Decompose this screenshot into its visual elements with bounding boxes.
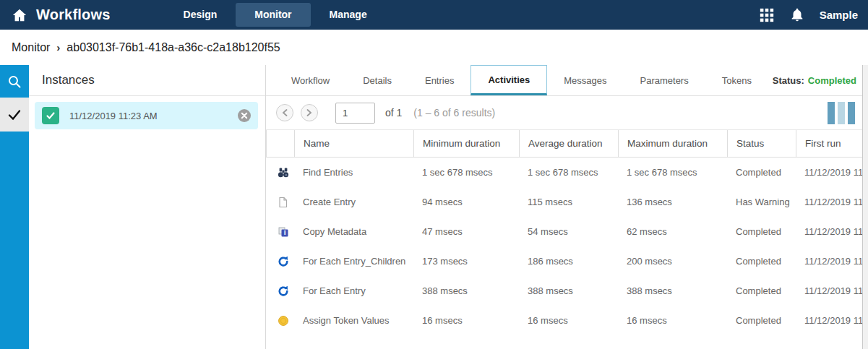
cell-max-duration: 388 msecs: [618, 276, 727, 306]
account-name[interactable]: Sample: [820, 9, 858, 21]
cell-status: Completed: [727, 276, 796, 306]
cell-max-duration: 16 msecs: [618, 306, 727, 335]
chevron-right-icon: [306, 109, 312, 116]
cell-name: For Each Entry_Children: [294, 246, 413, 276]
detail-tabbar: Workflow Details Entries Activities Mess…: [266, 65, 868, 96]
cell-name: Find Entries: [294, 158, 413, 187]
rail-completed-filter-button[interactable]: [0, 98, 29, 132]
check-icon: [7, 108, 22, 122]
col-header-icon: [266, 130, 294, 157]
notifications-bell-icon[interactable]: [789, 7, 805, 23]
cell-max-duration: 62 msecs: [618, 217, 727, 246]
results-summary-text: (1 – 6 of 6 results): [413, 107, 495, 119]
table-row[interactable]: i Copy Metadata 47 msecs 54 msecs 62 mse…: [266, 217, 868, 246]
cell-avg-duration: 16 msecs: [519, 306, 618, 335]
token-icon: [278, 315, 289, 327]
cell-name: For Each Entry: [294, 276, 413, 306]
cell-min-duration: 1 sec 678 msecs: [413, 158, 519, 187]
col-header-name[interactable]: Name: [294, 130, 413, 157]
breadcrumb-separator: ›: [56, 41, 60, 53]
table-row[interactable]: Create Entry 94 msecs 115 msecs 136 msec…: [266, 187, 868, 217]
col-header-status[interactable]: Status: [727, 130, 796, 157]
cell-avg-duration: 54 msecs: [519, 217, 618, 246]
page-count-text: of 1: [385, 107, 402, 119]
instance-checkbox[interactable]: [42, 107, 59, 124]
search-icon: [7, 74, 22, 89]
col-header-avg-duration[interactable]: Average duration: [519, 130, 618, 157]
main-panel: Workflow Details Entries Activities Mess…: [266, 65, 868, 349]
instance-timestamp: 11/12/2019 11:23 AM: [69, 111, 158, 121]
cell-min-duration: 94 msecs: [413, 187, 519, 217]
cell-min-duration: 388 msecs: [413, 276, 519, 306]
copy-metadata-icon: i: [278, 226, 289, 238]
tab-parameters[interactable]: Parameters: [624, 65, 705, 95]
table-row[interactable]: Find Entries 1 sec 678 msecs 1 sec 678 m…: [266, 158, 868, 187]
pagination-bar: of 1 (1 – 6 of 6 results): [266, 96, 868, 130]
cell-avg-duration: 115 msecs: [519, 187, 618, 217]
navbar-right: Sample: [759, 7, 858, 23]
loop-icon: [278, 285, 289, 297]
table-header-row: Name Minimum duration Average duration M…: [266, 130, 868, 158]
column-settings-icon[interactable]: [828, 102, 855, 124]
cell-name: Assign Token Values: [294, 306, 413, 335]
cell-first-run: 11/12/2019 11: [796, 158, 868, 187]
home-icon[interactable]: [12, 7, 27, 23]
tab-tokens[interactable]: Tokens: [705, 65, 768, 95]
cell-name: Copy Metadata: [294, 217, 413, 246]
cell-min-duration: 173 msecs: [413, 246, 519, 276]
top-navbar: Workflows Design Monitor Manage Sample: [0, 0, 868, 30]
app-title: Workflows: [36, 7, 111, 23]
tab-activities[interactable]: Activities: [470, 65, 547, 95]
instance-list-item[interactable]: 11/12/2019 11:23 AM: [35, 102, 258, 129]
cell-status: Has Warning: [727, 187, 796, 217]
document-icon: [278, 197, 288, 208]
page-number-input[interactable]: [335, 103, 375, 124]
cell-max-duration: 200 msecs: [618, 246, 727, 276]
cell-min-duration: 16 msecs: [413, 306, 519, 335]
col-header-first-run[interactable]: First run: [796, 130, 868, 157]
tab-details[interactable]: Details: [346, 65, 408, 95]
table-row[interactable]: For Each Entry_Children 173 msecs 186 ms…: [266, 246, 868, 276]
cell-status: Completed: [727, 158, 796, 187]
cell-status: Completed: [727, 246, 796, 276]
cell-first-run: 11/12/2019 11: [796, 306, 868, 335]
cell-status: Completed: [727, 217, 796, 246]
prev-page-button[interactable]: [276, 104, 293, 121]
table-row[interactable]: Assign Token Values 16 msecs 16 msecs 16…: [266, 306, 868, 335]
tab-entries[interactable]: Entries: [408, 65, 470, 95]
table-row[interactable]: For Each Entry 388 msecs 388 msecs 388 m…: [266, 276, 868, 306]
cell-max-duration: 136 msecs: [618, 187, 727, 217]
cell-avg-duration: 186 msecs: [519, 246, 618, 276]
col-header-min-duration[interactable]: Minimum duration: [413, 130, 519, 157]
cell-first-run: 11/12/2019 11: [796, 187, 868, 217]
tab-messages[interactable]: Messages: [547, 65, 623, 95]
rail-search-button[interactable]: [0, 65, 29, 98]
nav-tab-design[interactable]: Design: [165, 3, 236, 27]
instance-close-icon[interactable]: [238, 109, 251, 122]
cell-avg-duration: 1 sec 678 msecs: [519, 158, 618, 187]
next-page-button[interactable]: [301, 104, 318, 121]
nav-tab-monitor[interactable]: Monitor: [236, 3, 310, 27]
cell-max-duration: 1 sec 678 msecs: [618, 158, 727, 187]
instances-panel: Instances 11/12/2019 11:23 AM: [29, 65, 266, 349]
left-rail: [0, 65, 29, 349]
nav-tab-manage[interactable]: Manage: [311, 3, 386, 27]
cell-first-run: 11/12/2019 11: [796, 217, 868, 246]
cell-avg-duration: 388 msecs: [519, 276, 618, 306]
vertical-scrollbar[interactable]: [862, 65, 868, 349]
breadcrumb: Monitor › ab03013f-76b1-418a-a36c-c2a18b…: [0, 30, 868, 65]
status-label: Status:: [773, 75, 804, 86]
svg-text:i: i: [283, 230, 285, 236]
cell-status: Completed: [727, 306, 796, 335]
binoculars-icon: [278, 167, 289, 178]
cell-first-run: 11/12/2019 11: [796, 246, 868, 276]
status-box: Status: Completed: [773, 65, 868, 95]
tab-workflow[interactable]: Workflow: [275, 65, 346, 95]
app-grid-icon[interactable]: [759, 7, 775, 23]
status-badge: Completed: [808, 75, 856, 86]
col-header-max-duration[interactable]: Maximum duration: [618, 130, 727, 157]
breadcrumb-monitor-link[interactable]: Monitor: [12, 41, 50, 54]
chevron-left-icon: [282, 109, 288, 116]
cell-first-run: 11/12/2019 11: [796, 276, 868, 306]
instances-panel-title: Instances: [29, 65, 265, 96]
